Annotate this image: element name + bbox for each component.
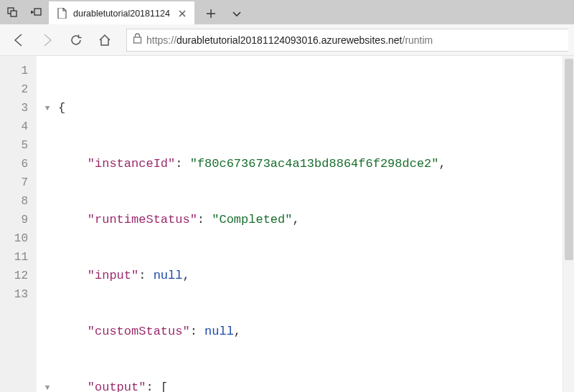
json-key: "customStatus" — [88, 322, 190, 341]
line-number: 11 — [0, 248, 28, 267]
json-key: "output" — [88, 378, 146, 392]
browser-toolbar: https://durabletutorial20181124093016.az… — [0, 24, 574, 56]
line-number: 6 — [0, 155, 28, 173]
scrollbar-thumb[interactable] — [565, 59, 573, 260]
url-scheme: https:// — [146, 34, 177, 46]
json-key: "input" — [88, 267, 138, 285]
line-number: 8 — [0, 192, 28, 211]
refresh-button[interactable] — [63, 27, 89, 53]
code-line: "runtimeStatus": "Completed", — [37, 211, 574, 229]
file-icon — [56, 8, 67, 19]
new-tab-button[interactable] — [200, 3, 222, 24]
url-path: /runtim — [403, 34, 433, 46]
window-title-bar: durabletutorial20181124 — [0, 0, 574, 24]
tab-preview-chevron-icon[interactable] — [226, 3, 248, 24]
tab-strip-actions — [194, 3, 253, 24]
svg-rect-3 — [134, 37, 141, 43]
line-number: 4 — [0, 118, 28, 136]
line-number-gutter: 1 2 3 4 5 6 7 8 9 10 11 12 13 — [0, 56, 36, 392]
forward-button[interactable] — [34, 27, 60, 53]
json-string: "Completed" — [212, 211, 292, 229]
line-number: 5 — [0, 136, 28, 155]
json-null: null — [154, 267, 183, 285]
lock-icon — [133, 33, 142, 47]
json-viewer[interactable]: ▼{ "instanceId": "f80c673673ac4a13bd8864… — [36, 56, 574, 392]
json-null: null — [204, 322, 234, 341]
line-number: 13 — [0, 285, 28, 304]
code-line: "customStatus": null, — [37, 322, 574, 341]
code-line: ▼ "output": [ — [37, 378, 574, 392]
tab-actions-icon[interactable] — [0, 0, 24, 24]
code-line: "input": null, — [37, 267, 574, 285]
code-line: "instanceId": "f80c673673ac4a13bd8864f6f… — [37, 155, 574, 173]
line-number: 7 — [0, 173, 28, 192]
line-number: 1 — [0, 62, 28, 80]
fold-toggle-icon[interactable]: ▼ — [37, 99, 58, 118]
line-number: 12 — [0, 267, 28, 285]
tab-strip: durabletutorial20181124 — [49, 0, 574, 24]
page-content: 1 2 3 4 5 6 7 8 9 10 11 12 13 ▼{ "instan… — [0, 56, 574, 392]
line-number: 10 — [0, 229, 28, 248]
close-tab-icon[interactable] — [176, 7, 189, 20]
url-text: https://durabletutorial20181124093016.az… — [146, 34, 563, 46]
svg-rect-2 — [34, 9, 41, 15]
json-string: "f80c673673ac4a13bd8864f6f298dce2" — [190, 155, 439, 173]
home-button[interactable] — [92, 27, 118, 53]
json-key: "instanceId" — [88, 155, 175, 173]
svg-rect-1 — [11, 11, 17, 16]
code-line: ▼{ — [37, 99, 574, 118]
line-number: 3 — [0, 99, 28, 118]
line-number: 2 — [0, 80, 28, 99]
fold-toggle-icon[interactable]: ▼ — [37, 378, 58, 392]
set-aside-tabs-icon[interactable] — [24, 0, 49, 24]
url-host: durabletutorial20181124093016.azurewebsi… — [177, 34, 402, 46]
back-button[interactable] — [6, 27, 32, 53]
browser-tab[interactable]: durabletutorial20181124 — [49, 1, 194, 24]
tab-title: durabletutorial20181124 — [73, 9, 170, 19]
json-key: "runtimeStatus" — [88, 211, 197, 229]
address-bar[interactable]: https://durabletutorial20181124093016.az… — [126, 29, 568, 52]
vertical-scrollbar[interactable] — [563, 56, 574, 392]
line-number: 9 — [0, 211, 28, 229]
